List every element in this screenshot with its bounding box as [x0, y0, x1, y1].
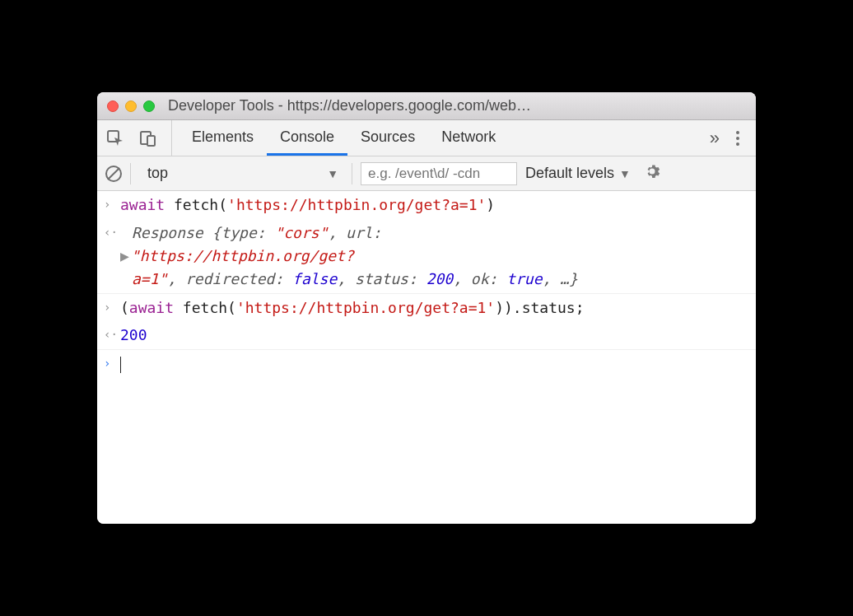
- chevron-down-icon: ▼: [619, 167, 631, 180]
- console-settings-icon[interactable]: [644, 163, 660, 184]
- devtools-menu-icon[interactable]: [733, 128, 743, 149]
- tab-elements[interactable]: Elements: [179, 120, 267, 156]
- traffic-lights: [107, 100, 155, 112]
- devtools-toolbar: Elements Console Sources Network »: [97, 120, 756, 156]
- console-prompt-row[interactable]: ›: [97, 350, 756, 378]
- titlebar: Developer Tools - https://developers.goo…: [97, 92, 756, 120]
- chevron-down-icon: ▼: [327, 167, 338, 180]
- tab-network[interactable]: Network: [428, 120, 509, 156]
- keyword-await: await: [120, 196, 165, 213]
- console-result-value: 200: [120, 324, 748, 347]
- console-input-row: › (await fetch('https://httpbin.org/get?…: [97, 294, 756, 322]
- tab-sources[interactable]: Sources: [347, 120, 428, 156]
- console-output[interactable]: › await fetch('https://httpbin.org/get?a…: [97, 191, 756, 524]
- toolbar-right: »: [705, 120, 748, 156]
- console-result-row: ‹· Response {type: "cors", url: ▶"https:…: [97, 219, 756, 294]
- text-cursor: [120, 357, 121, 373]
- output-chevron-icon: ‹·: [104, 324, 120, 347]
- close-window-button[interactable]: [107, 100, 119, 112]
- minimize-window-button[interactable]: [125, 100, 137, 112]
- output-chevron-icon: ‹·: [104, 222, 120, 291]
- toggle-device-toolbar-icon[interactable]: [138, 128, 158, 148]
- divider: [352, 163, 352, 184]
- window-title: Developer Tools - https://developers.goo…: [168, 97, 746, 114]
- console-result-object[interactable]: Response {type: "cors", url: ▶"https://h…: [120, 222, 748, 291]
- console-filter-bar: top ▼ Default levels ▼: [97, 156, 756, 191]
- console-expression: await fetch('https://httpbin.org/get?a=1…: [120, 194, 748, 217]
- context-label: top: [147, 165, 168, 182]
- tab-console[interactable]: Console: [267, 120, 347, 156]
- devtools-window: Developer Tools - https://developers.goo…: [97, 92, 756, 524]
- divider: [130, 163, 131, 184]
- input-chevron-icon: ›: [104, 296, 120, 320]
- log-levels-selector[interactable]: Default levels ▼: [525, 165, 631, 182]
- prompt-chevron-icon: ›: [104, 352, 120, 376]
- toolbar-left: [105, 120, 172, 156]
- console-expression: (await fetch('https://httpbin.org/get?a=…: [120, 296, 748, 320]
- keyword-await: await: [129, 299, 174, 316]
- zoom-window-button[interactable]: [143, 100, 155, 112]
- expand-object-icon[interactable]: ▶: [120, 247, 129, 264]
- panel-tabs: Elements Console Sources Network: [179, 120, 509, 156]
- console-prompt-input[interactable]: [120, 352, 748, 376]
- levels-label: Default levels: [525, 165, 614, 182]
- console-input-row: › await fetch('https://httpbin.org/get?a…: [97, 191, 756, 219]
- clear-console-icon[interactable]: [105, 166, 122, 182]
- console-filter-input[interactable]: [361, 162, 517, 185]
- input-chevron-icon: ›: [104, 194, 120, 217]
- svg-rect-2: [147, 136, 155, 146]
- inspect-element-icon[interactable]: [105, 128, 125, 148]
- execution-context-selector[interactable]: top ▼: [139, 165, 343, 182]
- console-result-row: ‹· 200: [97, 321, 756, 350]
- more-tabs-chevron-icon[interactable]: »: [710, 128, 720, 149]
